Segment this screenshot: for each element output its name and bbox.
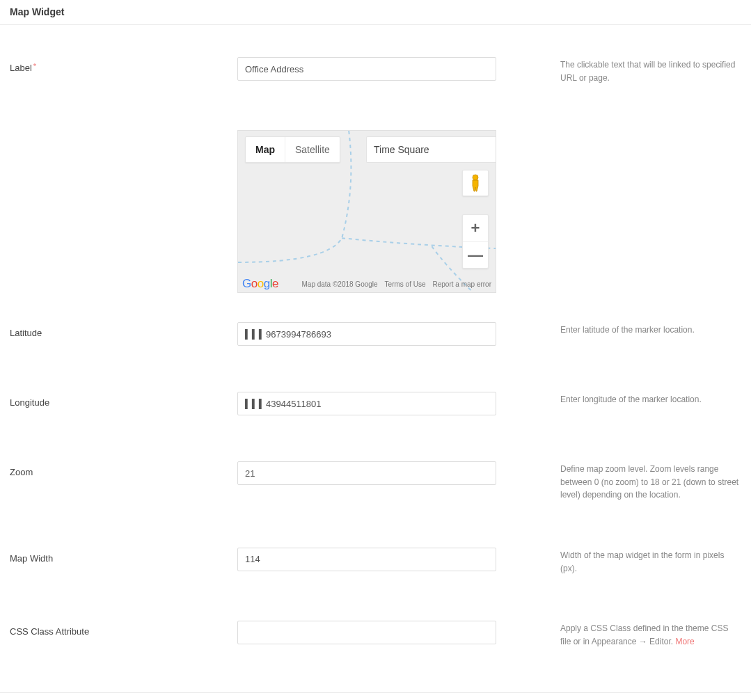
longitude-input[interactable] [237,392,496,415]
google-logo: Google [242,277,278,291]
map-toggle-satellite[interactable]: Satellite [285,137,340,162]
form-footer: ← Cancel Save [0,692,751,700]
field-cssclass-row: CSS Class Attribute Apply a CSS Class de… [10,621,741,648]
field-mapwidth-row: Map Width Width of the map widget in the… [10,548,741,575]
map-terms[interactable]: Terms of Use [385,280,426,288]
label-field-label: Label* [10,57,237,73]
zoom-help: Define map zoom level. Zoom levels range… [496,461,741,502]
zoom-field-label: Zoom [10,461,237,477]
longitude-help: Enter longitude of the marker location. [496,392,702,406]
map-footer: Google Map data ©2018 Google Terms of Us… [238,276,496,292]
latitude-help: Enter latitude of the marker location. [496,322,695,337]
mapwidth-field-label: Map Width [10,548,237,564]
map-zoom-control: + — [462,214,489,269]
latitude-input[interactable] [237,322,496,346]
field-zoom-row: Zoom Define map zoom level. Zoom levels … [10,461,741,502]
field-label-row: Label* The clickable text that will be l… [10,57,741,84]
cssclass-more-link[interactable]: More [675,637,694,646]
cssclass-field-label: CSS Class Attribute [10,621,237,637]
longitude-field-label: Longitude [10,392,237,408]
cssclass-help-text: Apply a CSS Class defined in the theme C… [560,623,728,646]
map-toggle-map[interactable]: Map [246,137,285,162]
svg-point-0 [473,175,478,180]
label-text: Label [10,63,32,73]
map-report[interactable]: Report a map error [433,280,491,288]
map-type-toggle: Map Satellite [245,136,340,163]
required-mark: * [33,62,36,70]
pegman-icon [469,174,482,192]
field-latitude-row: Latitude Enter latitude of the marker lo… [10,322,741,346]
map-preview-row: Map Satellite Time Square + — [10,130,741,293]
map-search-value: Time Square [374,144,429,155]
map-search-box[interactable]: Time Square [366,136,496,163]
map-attribution: Map data ©2018 Google [301,280,377,288]
form-body: Label* The clickable text that will be l… [0,25,751,692]
field-longitude-row: Longitude Enter longitude of the marker … [10,392,741,415]
page-header: Map Widget [0,0,751,25]
latitude-field-label: Latitude [10,322,237,338]
map-preview[interactable]: Map Satellite Time Square + — [237,130,496,293]
page-title: Map Widget [10,6,741,17]
street-view-pegman[interactable] [462,170,489,196]
zoom-input[interactable] [237,461,496,485]
label-help: The clickable text that will be linked t… [496,57,741,84]
label-input[interactable] [237,57,496,81]
mapwidth-input[interactable] [237,548,496,571]
mapwidth-help: Width of the map widget in the form in p… [496,548,741,575]
map-zoom-out[interactable]: — [463,241,488,268]
cssclass-help: Apply a CSS Class defined in the theme C… [496,621,741,648]
cssclass-input[interactable] [237,621,496,644]
map-zoom-in[interactable]: + [463,215,488,241]
